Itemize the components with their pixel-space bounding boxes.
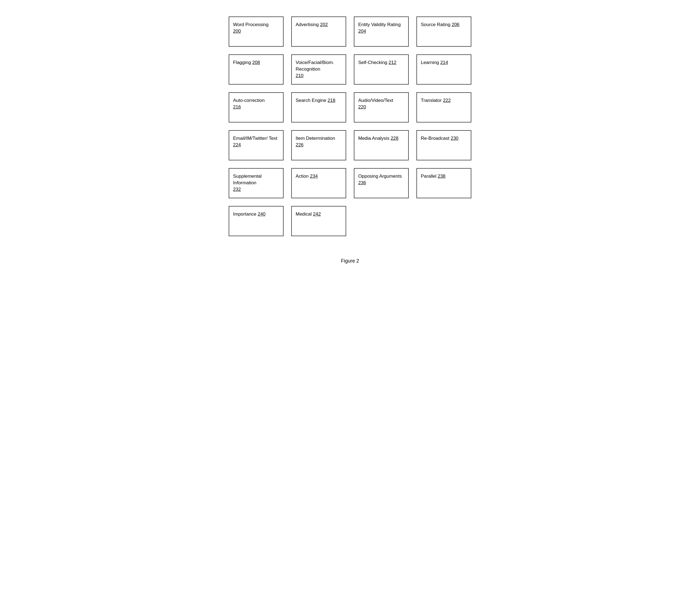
box-216[interactable]: Auto-correction216	[229, 92, 284, 123]
box-234[interactable]: Action 234	[291, 168, 346, 198]
box-242[interactable]: Medical 242	[291, 206, 346, 236]
box-222[interactable]: Translator 222	[416, 92, 471, 123]
box-220[interactable]: Audio/Video/Text220	[354, 92, 409, 123]
box-212[interactable]: Self-Checking 212	[354, 54, 409, 84]
box-200[interactable]: Word Processing200	[229, 16, 284, 47]
box-214[interactable]: Learning 214	[416, 54, 471, 84]
box-232[interactable]: Supplemental Information 232	[229, 168, 284, 198]
empty-cell-1	[416, 206, 471, 236]
box-204[interactable]: Entity Validity Rating 204	[354, 16, 409, 47]
box-228[interactable]: Media Analysis 228	[354, 130, 409, 160]
box-224[interactable]: Email/IM/Twitter/ Text 224	[229, 130, 284, 160]
box-240[interactable]: Importance 240	[229, 206, 284, 236]
page-container: Word Processing200Advertising 202Entity …	[199, 16, 501, 264]
box-202[interactable]: Advertising 202	[291, 16, 346, 47]
diagram-grid: Word Processing200Advertising 202Entity …	[229, 16, 471, 236]
box-218[interactable]: Search Engine 218	[291, 92, 346, 123]
box-206[interactable]: Source Rating 206	[416, 16, 471, 47]
box-208[interactable]: Flagging 208	[229, 54, 284, 84]
box-238[interactable]: Parallel 238	[416, 168, 471, 198]
box-236[interactable]: Opposing Arguments 236	[354, 168, 409, 198]
box-210[interactable]: Voice/Facial/Biom. Recognition 210	[291, 54, 346, 84]
box-230[interactable]: Re-Broadcast 230	[416, 130, 471, 160]
box-226[interactable]: Item Determination 226	[291, 130, 346, 160]
empty-cell-0	[354, 206, 409, 236]
figure-caption: Figure 2	[341, 258, 359, 264]
